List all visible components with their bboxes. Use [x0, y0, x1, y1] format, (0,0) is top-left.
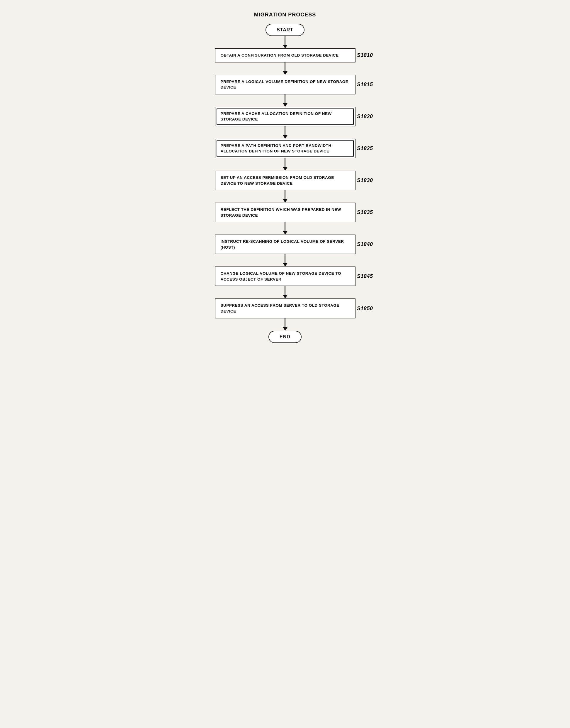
arrow-head: [283, 167, 287, 171]
arrow-before-s1840: [197, 222, 373, 235]
node-s1850: SUPPRESS AN ACCESS FROM SERVER TO OLD ST…: [215, 298, 355, 318]
arrow-head: [283, 103, 287, 107]
arrow-before-s1815: [197, 62, 373, 75]
arrow-line: [285, 222, 285, 231]
step-row-s1815: PREPARE A LOGICAL VOLUME DEFINITION OF N…: [197, 75, 373, 94]
arrow-before-s1835: [197, 190, 373, 203]
arrow-line: [285, 254, 285, 263]
step-row-s1810: OBTAIN A CONFIGURATION FROM OLD STORAGE …: [197, 48, 373, 62]
step-row-s1830: SET UP AN ACCESS PERMISSION FROM OLD STO…: [197, 171, 373, 190]
arrow-line: [285, 62, 285, 71]
node-s1820: PREPARE A CACHE ALLOCATION DEFINITION OF…: [215, 107, 355, 127]
node-s1810: OBTAIN A CONFIGURATION FROM OLD STORAGE …: [215, 48, 355, 62]
step-row-s1850: SUPPRESS AN ACCESS FROM SERVER TO OLD ST…: [197, 298, 373, 318]
step-row-s1825: PREPARE A PATH DEFINITION AND PORT BANDW…: [197, 139, 373, 158]
step-label-s1810: S1810: [357, 52, 373, 58]
arrow-before-s1810: [197, 36, 373, 48]
step-label-s1850: S1850: [357, 305, 373, 312]
step-label-s1845: S1845: [357, 273, 373, 279]
arrow-head: [283, 295, 287, 298]
arrow-head: [283, 263, 287, 266]
step-label-s1835: S1835: [357, 209, 373, 216]
node-s1845: CHANGE LOGICAL VOLUME OF NEW STORAGE DEV…: [215, 266, 355, 286]
arrow-head: [283, 135, 287, 139]
arrow-before-s1825: [197, 127, 373, 139]
diagram-container: MIGRATION PROCESS START OBTAIN A CONFIGU…: [183, 12, 388, 343]
arrow-head: [283, 199, 287, 203]
step-row-s1840: INSTRUCT RE-SCANNING OF LOGICAL VOLUME O…: [197, 235, 373, 254]
node-s1815: PREPARE A LOGICAL VOLUME DEFINITION OF N…: [215, 75, 355, 94]
arrow-before-s1850: [197, 286, 373, 298]
steps-container: OBTAIN A CONFIGURATION FROM OLD STORAGE …: [197, 36, 373, 318]
end-node-wrapper: END: [197, 331, 373, 343]
node-s1840: INSTRUCT RE-SCANNING OF LOGICAL VOLUME O…: [215, 235, 355, 254]
arrow-before-s1830: [197, 158, 373, 171]
step-label-s1825: S1825: [357, 146, 373, 152]
node-s1825: PREPARE A PATH DEFINITION AND PORT BANDW…: [215, 139, 355, 158]
end-node: END: [268, 331, 302, 343]
arrow-line: [285, 94, 285, 103]
arrow-head: [283, 45, 287, 48]
arrow-line: [285, 158, 285, 167]
step-label-s1840: S1840: [357, 241, 373, 247]
node-s1830: SET UP AN ACCESS PERMISSION FROM OLD STO…: [215, 171, 355, 190]
arrow-line: [285, 190, 285, 199]
step-row-s1835: REFLECT THE DEFINITION WHICH WAS PREPARE…: [197, 203, 373, 222]
step-label-s1815: S1815: [357, 81, 373, 88]
arrow-head: [283, 327, 287, 331]
diagram-title: MIGRATION PROCESS: [254, 12, 316, 18]
arrow-line: [285, 127, 285, 135]
node-s1835: REFLECT THE DEFINITION WHICH WAS PREPARE…: [215, 203, 355, 222]
step-row-s1820: PREPARE A CACHE ALLOCATION DEFINITION OF…: [197, 107, 373, 127]
arrow-head: [283, 71, 287, 75]
start-node-wrapper: START: [197, 24, 373, 36]
arrow-head: [283, 231, 287, 235]
arrow-line: [285, 318, 285, 327]
arrow-before-s1820: [197, 94, 373, 107]
step-row-s1845: CHANGE LOGICAL VOLUME OF NEW STORAGE DEV…: [197, 266, 373, 286]
step-label-s1820: S1820: [357, 113, 373, 119]
arrow-line: [285, 36, 285, 45]
start-node: START: [266, 24, 304, 36]
step-label-s1830: S1830: [357, 177, 373, 184]
arrow-line: [285, 286, 285, 295]
arrow-before-s1845: [197, 254, 373, 266]
final-arrow: [283, 318, 287, 331]
